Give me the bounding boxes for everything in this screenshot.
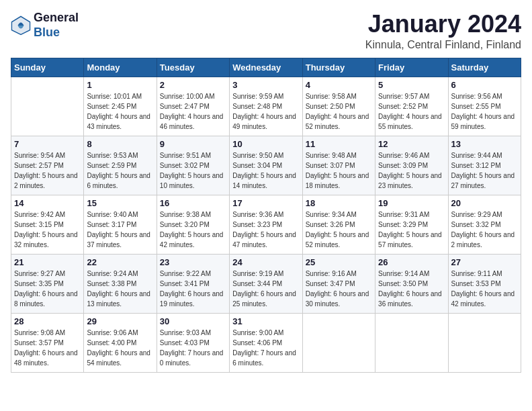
day-cell: 13Sunrise: 9:44 AMSunset: 3:12 PMDayligh… [448, 136, 521, 195]
day-info: Sunrise: 9:51 AMSunset: 3:02 PMDaylight:… [160, 150, 226, 191]
calendar-table: SundayMondayTuesdayWednesdayThursdayFrid… [11, 58, 521, 373]
day-cell: 7Sunrise: 9:54 AMSunset: 2:57 PMDaylight… [11, 136, 84, 195]
day-cell: 17Sunrise: 9:36 AMSunset: 3:23 PMDayligh… [230, 195, 302, 254]
day-number: 24 [232, 257, 299, 267]
day-info: Sunrise: 10:01 AMSunset: 2:45 PMDaylight… [87, 91, 153, 132]
month-title: January 2024 [365, 11, 521, 38]
day-info: Sunrise: 9:42 AMSunset: 3:15 PMDaylight:… [14, 210, 81, 250]
day-cell: 6Sunrise: 9:56 AMSunset: 2:55 PMDaylight… [448, 77, 521, 136]
header: General Blue January 2024 Kinnula, Centr… [11, 11, 521, 51]
day-info: Sunrise: 9:29 AMSunset: 3:32 PMDaylight:… [451, 210, 518, 250]
day-number: 11 [306, 139, 372, 149]
day-info: Sunrise: 9:27 AMSunset: 3:35 PMDaylight:… [14, 269, 81, 309]
day-cell: 2Sunrise: 10:00 AMSunset: 2:47 PMDayligh… [157, 77, 229, 136]
week-row-1: 1Sunrise: 10:01 AMSunset: 2:45 PMDayligh… [11, 77, 521, 136]
day-info: Sunrise: 9:16 AMSunset: 3:47 PMDaylight:… [306, 269, 372, 309]
day-number: 19 [378, 198, 445, 208]
day-info: Sunrise: 9:50 AMSunset: 3:04 PMDaylight:… [232, 150, 299, 191]
day-cell: 21Sunrise: 9:27 AMSunset: 3:35 PMDayligh… [11, 254, 84, 313]
day-cell: 1Sunrise: 10:01 AMSunset: 2:45 PMDayligh… [84, 77, 157, 136]
day-number: 15 [87, 198, 153, 208]
day-number: 1 [87, 80, 153, 90]
day-cell: 4Sunrise: 9:58 AMSunset: 2:50 PMDaylight… [302, 77, 375, 136]
day-info: Sunrise: 9:44 AMSunset: 3:12 PMDaylight:… [451, 150, 518, 191]
day-cell: 27Sunrise: 9:11 AMSunset: 3:53 PMDayligh… [448, 254, 521, 313]
day-cell: 10Sunrise: 9:50 AMSunset: 3:04 PMDayligh… [230, 136, 302, 195]
day-info: Sunrise: 9:11 AMSunset: 3:53 PMDaylight:… [451, 269, 518, 309]
day-info: Sunrise: 9:03 AMSunset: 4:03 PMDaylight:… [160, 328, 226, 368]
day-info: Sunrise: 9:22 AMSunset: 3:41 PMDaylight:… [160, 269, 226, 309]
day-number: 28 [14, 316, 81, 326]
day-cell [302, 313, 375, 372]
header-cell-wednesday: Wednesday [230, 58, 302, 77]
header-cell-tuesday: Tuesday [157, 58, 229, 77]
day-cell [448, 313, 521, 372]
day-number: 17 [232, 198, 299, 208]
day-number: 30 [160, 316, 226, 326]
week-row-2: 7Sunrise: 9:54 AMSunset: 2:57 PMDaylight… [11, 136, 521, 195]
day-number: 25 [306, 257, 372, 267]
day-info: Sunrise: 9:31 AMSunset: 3:29 PMDaylight:… [378, 210, 445, 250]
day-number: 5 [378, 80, 445, 90]
day-number: 2 [160, 80, 226, 90]
day-info: Sunrise: 9:58 AMSunset: 2:50 PMDaylight:… [306, 91, 372, 132]
day-number: 27 [451, 257, 518, 267]
day-number: 9 [160, 139, 226, 149]
day-info: Sunrise: 9:36 AMSunset: 3:23 PMDaylight:… [232, 210, 299, 250]
day-info: Sunrise: 10:00 AMSunset: 2:47 PMDaylight… [160, 91, 226, 132]
day-number: 7 [14, 139, 81, 149]
day-cell: 20Sunrise: 9:29 AMSunset: 3:32 PMDayligh… [448, 195, 521, 254]
day-cell: 8Sunrise: 9:53 AMSunset: 2:59 PMDaylight… [84, 136, 157, 195]
day-cell: 9Sunrise: 9:51 AMSunset: 3:02 PMDaylight… [157, 136, 229, 195]
day-info: Sunrise: 9:54 AMSunset: 2:57 PMDaylight:… [14, 150, 81, 191]
day-cell: 31Sunrise: 9:00 AMSunset: 4:06 PMDayligh… [230, 313, 302, 372]
day-cell: 29Sunrise: 9:06 AMSunset: 4:00 PMDayligh… [84, 313, 157, 372]
title-area: January 2024 Kinnula, Central Finland, F… [365, 11, 521, 51]
day-info: Sunrise: 9:14 AMSunset: 3:50 PMDaylight:… [378, 269, 445, 309]
day-info: Sunrise: 9:57 AMSunset: 2:52 PMDaylight:… [378, 91, 445, 132]
day-cell: 22Sunrise: 9:24 AMSunset: 3:38 PMDayligh… [84, 254, 157, 313]
header-cell-monday: Monday [84, 58, 157, 77]
location: Kinnula, Central Finland, Finland [365, 39, 521, 51]
day-cell: 11Sunrise: 9:48 AMSunset: 3:07 PMDayligh… [302, 136, 375, 195]
day-number: 16 [160, 198, 226, 208]
day-cell [375, 313, 448, 372]
header-row: SundayMondayTuesdayWednesdayThursdayFrid… [11, 58, 521, 77]
calendar-header: SundayMondayTuesdayWednesdayThursdayFrid… [11, 58, 521, 77]
header-cell-friday: Friday [375, 58, 448, 77]
day-number: 3 [232, 80, 299, 90]
day-info: Sunrise: 9:19 AMSunset: 3:44 PMDaylight:… [232, 269, 299, 309]
day-number: 12 [378, 139, 445, 149]
header-cell-thursday: Thursday [302, 58, 375, 77]
day-number: 22 [87, 257, 153, 267]
day-info: Sunrise: 9:53 AMSunset: 2:59 PMDaylight:… [87, 150, 153, 191]
day-info: Sunrise: 9:06 AMSunset: 4:00 PMDaylight:… [87, 328, 153, 368]
header-cell-saturday: Saturday [448, 58, 521, 77]
day-cell: 26Sunrise: 9:14 AMSunset: 3:50 PMDayligh… [375, 254, 448, 313]
day-cell: 30Sunrise: 9:03 AMSunset: 4:03 PMDayligh… [157, 313, 229, 372]
day-cell: 12Sunrise: 9:46 AMSunset: 3:09 PMDayligh… [375, 136, 448, 195]
day-info: Sunrise: 9:59 AMSunset: 2:48 PMDaylight:… [232, 91, 299, 132]
day-cell: 18Sunrise: 9:34 AMSunset: 3:26 PMDayligh… [302, 195, 375, 254]
day-cell: 5Sunrise: 9:57 AMSunset: 2:52 PMDaylight… [375, 77, 448, 136]
day-number: 4 [306, 80, 372, 90]
day-number: 31 [232, 316, 299, 326]
day-cell [11, 77, 84, 136]
day-number: 18 [306, 198, 372, 208]
day-number: 10 [232, 139, 299, 149]
logo-text: General Blue [34, 11, 79, 40]
logo-icon [11, 15, 31, 36]
day-number: 23 [160, 257, 226, 267]
day-cell: 14Sunrise: 9:42 AMSunset: 3:15 PMDayligh… [11, 195, 84, 254]
day-info: Sunrise: 9:48 AMSunset: 3:07 PMDaylight:… [306, 150, 372, 191]
day-cell: 24Sunrise: 9:19 AMSunset: 3:44 PMDayligh… [230, 254, 302, 313]
day-cell: 28Sunrise: 9:08 AMSunset: 3:57 PMDayligh… [11, 313, 84, 372]
week-row-5: 28Sunrise: 9:08 AMSunset: 3:57 PMDayligh… [11, 313, 521, 372]
logo: General Blue [11, 11, 79, 40]
day-info: Sunrise: 9:38 AMSunset: 3:20 PMDaylight:… [160, 210, 226, 250]
day-info: Sunrise: 9:00 AMSunset: 4:06 PMDaylight:… [232, 328, 299, 368]
day-number: 21 [14, 257, 81, 267]
day-number: 13 [451, 139, 518, 149]
day-info: Sunrise: 9:24 AMSunset: 3:38 PMDaylight:… [87, 269, 153, 309]
day-info: Sunrise: 9:34 AMSunset: 3:26 PMDaylight:… [306, 210, 372, 250]
